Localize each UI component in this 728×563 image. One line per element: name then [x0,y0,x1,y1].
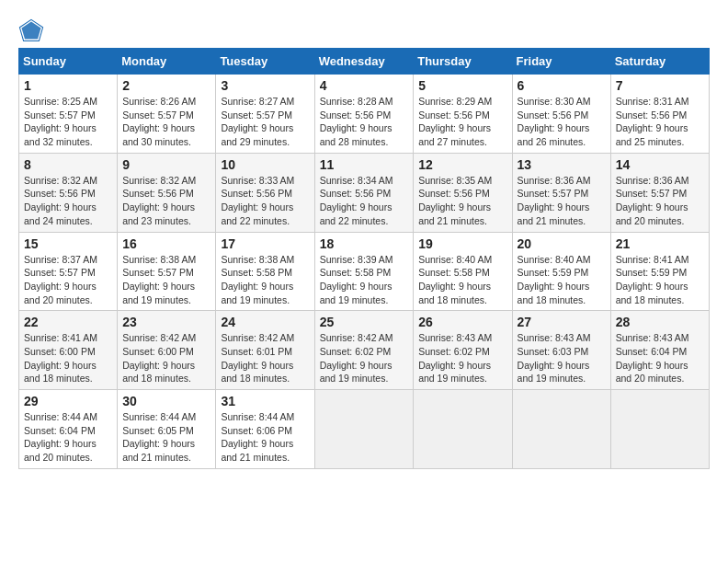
day-info: Sunrise: 8:27 AMSunset: 5:57 PMDaylight:… [221,96,294,147]
day-info: Sunrise: 8:43 AMSunset: 6:04 PMDaylight:… [616,332,689,384]
day-number: 23 [122,315,210,329]
calendar-cell: 12Sunrise: 8:35 AMSunset: 5:56 PMDayligh… [414,153,512,232]
day-info: Sunrise: 8:40 AMSunset: 5:58 PMDaylight:… [418,254,492,305]
calendar-cell: 28Sunrise: 8:43 AMSunset: 6:04 PMDayligh… [610,311,709,390]
calendar-cell: 2Sunrise: 8:26 AMSunset: 5:57 PMDaylight… [118,75,216,154]
page-container: SundayMondayTuesdayWednesdayThursdayFrid… [18,18,710,469]
calendar-cell: 22Sunrise: 8:41 AMSunset: 6:00 PMDayligh… [19,311,118,390]
day-number: 30 [122,394,210,408]
calendar-header-row: SundayMondayTuesdayWednesdayThursdayFrid… [19,49,710,75]
calendar-cell: 10Sunrise: 8:33 AMSunset: 5:56 PMDayligh… [216,153,314,232]
day-info: Sunrise: 8:38 AMSunset: 5:58 PMDaylight:… [221,254,294,305]
day-number: 28 [616,315,704,329]
day-number: 22 [24,315,112,329]
day-number: 14 [616,157,704,172]
calendar-week-row: 22Sunrise: 8:41 AMSunset: 6:00 PMDayligh… [19,311,710,390]
calendar-week-row: 8Sunrise: 8:32 AMSunset: 5:56 PMDaylight… [19,153,710,232]
day-info: Sunrise: 8:44 AMSunset: 6:06 PMDaylight:… [221,411,294,463]
day-number: 4 [320,78,409,93]
calendar-cell: 11Sunrise: 8:34 AMSunset: 5:56 PMDayligh… [314,153,414,232]
calendar-cell: 23Sunrise: 8:42 AMSunset: 6:00 PMDayligh… [118,311,216,390]
calendar-cell: 24Sunrise: 8:42 AMSunset: 6:01 PMDayligh… [216,311,314,390]
calendar-cell: 29Sunrise: 8:44 AMSunset: 6:04 PMDayligh… [19,390,118,469]
day-info: Sunrise: 8:35 AMSunset: 5:56 PMDaylight:… [418,175,492,226]
day-info: Sunrise: 8:34 AMSunset: 5:56 PMDaylight:… [320,175,393,226]
calendar-cell: 9Sunrise: 8:32 AMSunset: 5:56 PMDaylight… [118,153,216,232]
day-info: Sunrise: 8:38 AMSunset: 5:57 PMDaylight:… [122,254,196,305]
day-number: 1 [24,78,112,93]
calendar-table: SundayMondayTuesdayWednesdayThursdayFrid… [18,48,710,469]
day-info: Sunrise: 8:32 AMSunset: 5:56 PMDaylight:… [24,175,97,226]
calendar-header-sunday: Sunday [19,49,118,75]
day-info: Sunrise: 8:42 AMSunset: 6:02 PMDaylight:… [320,332,393,384]
day-info: Sunrise: 8:28 AMSunset: 5:56 PMDaylight:… [320,96,393,147]
day-number: 29 [24,394,112,408]
calendar-cell: 8Sunrise: 8:32 AMSunset: 5:56 PMDaylight… [19,153,118,232]
day-number: 9 [122,157,210,172]
day-number: 8 [24,157,112,172]
day-number: 18 [320,236,409,251]
day-info: Sunrise: 8:33 AMSunset: 5:56 PMDaylight:… [221,175,294,226]
calendar-cell: 30Sunrise: 8:44 AMSunset: 6:05 PMDayligh… [118,390,216,469]
day-number: 10 [221,157,309,172]
day-number: 25 [320,315,409,329]
day-number: 7 [616,78,704,93]
calendar-cell: 16Sunrise: 8:38 AMSunset: 5:57 PMDayligh… [118,232,216,311]
calendar-cell: 7Sunrise: 8:31 AMSunset: 5:56 PMDaylight… [610,75,709,154]
day-number: 19 [418,236,506,251]
day-info: Sunrise: 8:44 AMSunset: 6:04 PMDaylight:… [24,411,97,463]
day-info: Sunrise: 8:41 AMSunset: 5:59 PMDaylight:… [616,254,689,305]
day-number: 15 [24,236,112,251]
calendar-header-thursday: Thursday [414,49,512,75]
calendar-header-wednesday: Wednesday [314,49,414,75]
calendar-week-row: 29Sunrise: 8:44 AMSunset: 6:04 PMDayligh… [19,390,710,469]
day-number: 2 [122,78,210,93]
calendar-week-row: 1Sunrise: 8:25 AMSunset: 5:57 PMDaylight… [19,75,710,154]
day-info: Sunrise: 8:41 AMSunset: 6:00 PMDaylight:… [24,332,97,384]
day-number: 6 [518,78,606,93]
day-info: Sunrise: 8:36 AMSunset: 5:57 PMDaylight:… [518,175,591,226]
day-number: 13 [518,157,606,172]
day-number: 31 [221,394,309,408]
day-number: 5 [418,78,506,93]
header [18,18,710,44]
calendar-cell: 3Sunrise: 8:27 AMSunset: 5:57 PMDaylight… [216,75,314,154]
calendar-cell [314,390,414,469]
calendar-cell [414,390,512,469]
day-info: Sunrise: 8:25 AMSunset: 5:57 PMDaylight:… [24,96,97,147]
day-info: Sunrise: 8:42 AMSunset: 6:01 PMDaylight:… [221,332,294,384]
calendar-cell: 13Sunrise: 8:36 AMSunset: 5:57 PMDayligh… [512,153,610,232]
calendar-header-friday: Friday [512,49,610,75]
calendar-cell: 20Sunrise: 8:40 AMSunset: 5:59 PMDayligh… [512,232,610,311]
day-number: 3 [221,78,309,93]
calendar-cell: 4Sunrise: 8:28 AMSunset: 5:56 PMDaylight… [314,75,414,154]
calendar-header-saturday: Saturday [610,49,709,75]
calendar-cell: 27Sunrise: 8:43 AMSunset: 6:03 PMDayligh… [512,311,610,390]
day-info: Sunrise: 8:42 AMSunset: 6:00 PMDaylight:… [122,332,196,384]
calendar-cell: 25Sunrise: 8:42 AMSunset: 6:02 PMDayligh… [314,311,414,390]
day-number: 12 [418,157,506,172]
day-number: 20 [518,236,606,251]
calendar-cell: 14Sunrise: 8:36 AMSunset: 5:57 PMDayligh… [610,153,709,232]
day-info: Sunrise: 8:40 AMSunset: 5:59 PMDaylight:… [518,254,591,305]
calendar-cell: 15Sunrise: 8:37 AMSunset: 5:57 PMDayligh… [19,232,118,311]
day-info: Sunrise: 8:39 AMSunset: 5:58 PMDaylight:… [320,254,393,305]
calendar-cell: 17Sunrise: 8:38 AMSunset: 5:58 PMDayligh… [216,232,314,311]
logo [18,18,48,44]
day-number: 17 [221,236,309,251]
day-info: Sunrise: 8:30 AMSunset: 5:56 PMDaylight:… [518,96,591,147]
calendar-cell: 18Sunrise: 8:39 AMSunset: 5:58 PMDayligh… [314,232,414,311]
day-number: 21 [616,236,704,251]
day-info: Sunrise: 8:43 AMSunset: 6:02 PMDaylight:… [418,332,492,384]
day-info: Sunrise: 8:26 AMSunset: 5:57 PMDaylight:… [122,96,196,147]
day-info: Sunrise: 8:31 AMSunset: 5:56 PMDaylight:… [616,96,689,147]
calendar-cell [610,390,709,469]
day-number: 16 [122,236,210,251]
day-number: 26 [418,315,506,329]
calendar-cell: 5Sunrise: 8:29 AMSunset: 5:56 PMDaylight… [414,75,512,154]
day-info: Sunrise: 8:44 AMSunset: 6:05 PMDaylight:… [122,411,196,463]
calendar-cell: 21Sunrise: 8:41 AMSunset: 5:59 PMDayligh… [610,232,709,311]
logo-icon [18,18,44,44]
calendar-week-row: 15Sunrise: 8:37 AMSunset: 5:57 PMDayligh… [19,232,710,311]
day-number: 11 [320,157,409,172]
